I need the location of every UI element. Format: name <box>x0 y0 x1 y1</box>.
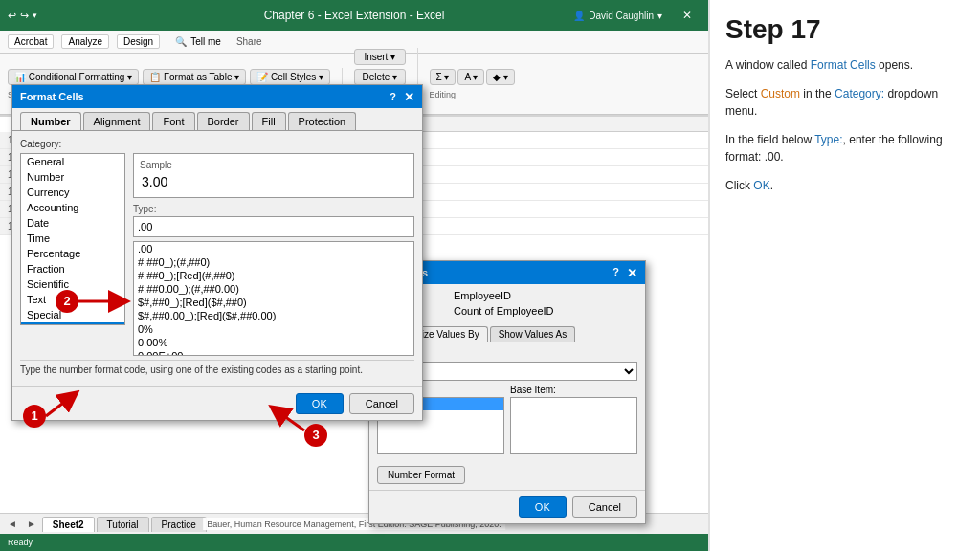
category-text[interactable]: Text <box>21 292 124 307</box>
vf-base-item-list[interactable] <box>510 397 637 454</box>
type-label: Type: <box>133 204 414 214</box>
format-cells-tabs: Number Alignment Font Border Fill Protec… <box>12 108 422 131</box>
list-item[interactable]: $#,##0_);[Red]($#,##0) <box>134 296 413 309</box>
vf-custom-value: Count of EmployeeID <box>454 305 637 317</box>
list-item[interactable]: 0.00E+00 <box>134 349 413 356</box>
tab-fill[interactable]: Fill <box>252 112 286 130</box>
clear-btn[interactable]: ◆ ▾ <box>486 69 515 85</box>
custom-highlight: Custom <box>761 87 800 100</box>
scroll-sheets-right[interactable]: ► <box>23 518 40 529</box>
format-cells-buttons: OK Cancel <box>12 386 422 420</box>
list-item[interactable]: 0% <box>134 322 413 336</box>
tab-alignment[interactable]: Alignment <box>83 112 151 130</box>
acrobat-tab[interactable]: Acrobat <box>8 34 54 49</box>
tab-protection[interactable]: Protection <box>288 112 357 130</box>
user-name: David Caughlin <box>589 11 654 21</box>
scroll-sheets-left[interactable]: ◄ <box>4 518 21 529</box>
category-time[interactable]: Time <box>21 231 124 246</box>
category-scientific[interactable]: Scientific <box>21 276 124 292</box>
number-format-button[interactable]: Number Format <box>377 466 465 484</box>
category-list[interactable]: General Number Currency Accounting Date … <box>20 153 125 325</box>
format-right: Sample 3.00 Type: .00 #,##0_);(#,##0) #,… <box>133 153 414 356</box>
right-panel: Step 17 A window called Format Cells ope… <box>708 0 980 551</box>
category-accounting[interactable]: Accounting <box>21 200 124 215</box>
tab-border[interactable]: Border <box>197 112 250 130</box>
vf-source-value: EmployeeID <box>454 290 637 301</box>
format-code-list[interactable]: .00 #,##0_);(#,##0) #,##0_);[Red](#,##0)… <box>133 241 414 356</box>
editing-group-label: Editing <box>430 90 516 99</box>
ok-highlight: OK <box>753 179 769 192</box>
conditional-formatting-btn[interactable]: 📊 Conditional Formatting ▾ <box>8 69 139 85</box>
category-fraction[interactable]: Fraction <box>21 261 124 276</box>
category-currency[interactable]: Currency <box>21 185 124 200</box>
category-highlight: Category: <box>835 87 884 100</box>
instruction-1: A window called Format Cells opens. <box>725 56 965 74</box>
list-item[interactable]: .00 <box>134 242 413 255</box>
sample-label: Sample <box>140 160 408 170</box>
list-item[interactable]: #,##0_);[Red](#,##0) <box>134 269 413 282</box>
category-percentage[interactable]: Percentage <box>21 246 124 261</box>
sample-box: Sample 3.00 <box>133 153 414 198</box>
instruction-3: In the field below Type:, enter the foll… <box>725 131 965 165</box>
tab-number[interactable]: Number <box>20 112 81 130</box>
category-custom[interactable]: Custom <box>21 322 124 325</box>
format-cells-close[interactable]: ✕ <box>404 90 414 104</box>
list-item[interactable]: $#,##0.00_);[Red]($#,##0.00) <box>134 309 413 322</box>
cell-styles-btn[interactable]: 📝 Cell Styles ▾ <box>250 69 330 85</box>
user-caret: ▾ <box>657 11 662 21</box>
list-item[interactable]: #,##0.00_);(#,##0.00) <box>134 282 413 296</box>
format-cells-titlebar: Format Cells ? ✕ <box>12 85 422 108</box>
vf-base-item-label: Base Item: <box>510 385 637 395</box>
category-section: General Number Currency Accounting Date … <box>20 153 414 356</box>
window-title: Chapter 6 - Excel Extension - Excel <box>264 9 445 22</box>
design-tab[interactable]: Design <box>117 34 160 49</box>
format-footer-text: Type the number format code, using one o… <box>20 360 414 379</box>
vf-cancel-button[interactable]: Cancel <box>572 496 637 518</box>
vf-base-item-section: Base Item: <box>510 385 637 454</box>
cancel-button[interactable]: Cancel <box>349 393 414 414</box>
ok-button[interactable]: OK <box>296 393 344 414</box>
format-cells-dialog: Format Cells ? ✕ Number Alignment Font B… <box>11 84 423 421</box>
instruction-2: Select Custom in the Category: dropdown … <box>725 85 965 120</box>
list-item[interactable]: #,##0_);(#,##0) <box>134 255 413 269</box>
sheet-tab-practice[interactable]: Practice <box>151 517 207 532</box>
category-date[interactable]: Date <box>21 215 124 231</box>
step-title: Step 17 <box>725 15 965 45</box>
format-cells-title: Format Cells <box>20 91 84 102</box>
category-general[interactable]: General <box>21 154 124 169</box>
tab-font[interactable]: Font <box>152 112 194 130</box>
category-special[interactable]: Special <box>21 307 124 322</box>
status-ready: Ready <box>8 538 33 547</box>
format-cells-link: Format Cells <box>811 58 876 72</box>
close-button[interactable]: ✕ <box>674 6 701 25</box>
format-cells-help[interactable]: ? <box>390 91 396 102</box>
vf-close[interactable]: ✕ <box>627 266 637 280</box>
vf-help[interactable]: ? <box>612 266 619 280</box>
format-as-table-btn[interactable]: 📋 Format as Table ▾ <box>143 69 246 85</box>
instruction-4: Click OK. <box>725 177 965 194</box>
vf-ok-button[interactable]: OK <box>519 496 567 518</box>
quick-access-tools[interactable]: ↩↪▾ <box>8 10 37 22</box>
excel-area: ↩↪▾ Chapter 6 - Excel Extension - Excel … <box>0 0 708 551</box>
delete-btn[interactable]: Delete ▾ <box>354 69 405 85</box>
vf-buttons: OK Cancel <box>369 490 645 523</box>
sheet-tab-sheet2[interactable]: Sheet2 <box>42 517 95 532</box>
vf-tab-show[interactable]: Show Values As <box>490 326 576 342</box>
tell-me[interactable]: 🔍 Tell me <box>175 36 221 47</box>
share-btn[interactable]: Share <box>236 36 262 47</box>
type-highlight: Type: <box>814 133 842 146</box>
insert-btn[interactable]: Insert ▾ <box>354 49 405 65</box>
list-item[interactable]: 0.00% <box>134 336 413 349</box>
analyze-tab[interactable]: Analyze <box>61 34 109 49</box>
type-input[interactable] <box>133 216 414 237</box>
sheet-tab-tutorial[interactable]: Tutorial <box>97 517 149 532</box>
format-cells-body: Category: General Number Currency Accoun… <box>12 131 422 386</box>
fill-btn[interactable]: A ▾ <box>457 69 484 85</box>
category-label: Category: <box>20 139 414 149</box>
sample-value: 3.00 <box>140 172 408 191</box>
status-bar: Ready <box>0 534 708 551</box>
user-icon: 👤 <box>573 11 585 21</box>
category-number[interactable]: Number <box>21 169 124 185</box>
sum-btn[interactable]: Σ ▾ <box>430 69 457 85</box>
